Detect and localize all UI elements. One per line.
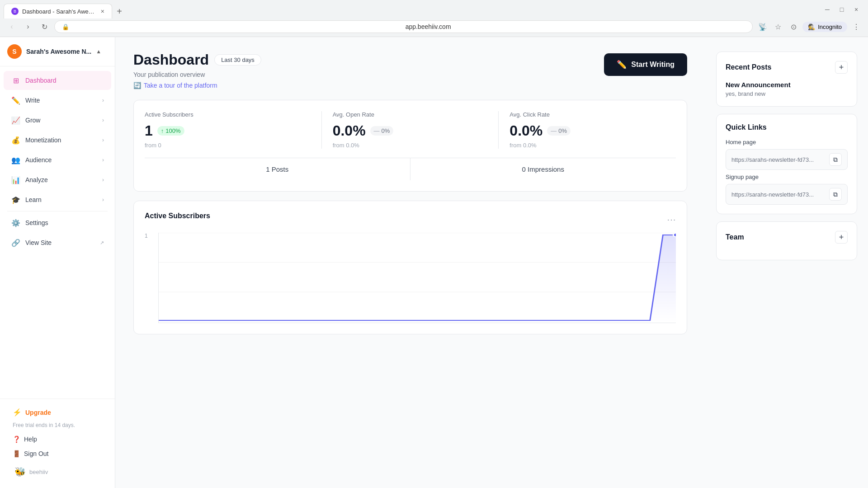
counts-row: 1 Posts 0 Impressions	[145, 158, 676, 180]
audience-icon: 👥	[11, 155, 21, 165]
sidebar-nav: ⊞ Dashboard ✏️ Write › 📈 Grow › 💰 Moneti…	[0, 66, 115, 399]
window-minimize[interactable]: ─	[821, 3, 834, 16]
right-panel: Recent Posts + New Announcement yes, bra…	[705, 37, 868, 488]
tab-close-btn[interactable]: ×	[101, 8, 104, 15]
address-bar[interactable]: 🔒 app.beehiiv.com	[54, 20, 753, 33]
grow-arrow-icon: ›	[102, 117, 104, 123]
back-btn[interactable]: ‹	[5, 20, 18, 33]
add-post-btn[interactable]: +	[835, 61, 848, 74]
copy-home-url-btn[interactable]: ⧉	[829, 153, 842, 166]
new-tab-btn[interactable]: +	[112, 4, 127, 19]
team-title: Team	[726, 233, 744, 241]
lock-icon: 🔒	[62, 23, 402, 30]
post-subtitle: yes, brand new	[726, 90, 848, 97]
stat-avg-open-rate: Avg. Open Rate 0.0% — 0% from 0.0%	[322, 111, 499, 149]
reload-btn[interactable]: ↻	[38, 20, 51, 33]
sidebar: S Sarah's Awesome N... ▲ ⊞ Dashboard ✏️ …	[0, 37, 115, 488]
avg-open-rate-change-value: 0%	[382, 127, 390, 134]
signout-label: Sign Out	[24, 450, 48, 457]
dashboard-icon: ⊞	[11, 75, 21, 85]
active-subscribers-value-row: 1 ↑ 100%	[145, 122, 311, 139]
monetization-icon: 💰	[11, 135, 21, 145]
tour-link[interactable]: 🔄 Take a tour of the platform	[133, 82, 261, 89]
browser-tab-active[interactable]: B Dashboard - Sarah's Awesome N... ×	[4, 4, 112, 19]
avg-click-rate-change-value: 0%	[558, 127, 567, 134]
avg-click-rate-label: Avg. Click Rate	[509, 111, 665, 118]
recent-posts-header: Recent Posts +	[726, 61, 848, 74]
bookmark-icon[interactable]: ☆	[772, 20, 784, 33]
sidebar-item-help[interactable]: ❓ Help	[7, 432, 108, 446]
profile-icon[interactable]: ⊙	[787, 20, 800, 33]
copy-signup-url-btn[interactable]: ⧉	[829, 188, 842, 201]
upgrade-btn[interactable]: ⚡ Upgrade	[7, 404, 108, 420]
sidebar-item-learn[interactable]: 🎓 Learn ›	[4, 190, 111, 209]
sidebar-header: S Sarah's Awesome N... ▲	[0, 37, 115, 66]
write-arrow-icon: ›	[102, 97, 104, 103]
signup-page-label: Signup page	[726, 174, 848, 180]
dashboard-title-row: Dashboard Last 30 days	[133, 52, 261, 68]
avg-open-rate-label: Avg. Open Rate	[333, 111, 488, 118]
more-btn[interactable]: ⋮	[850, 20, 863, 33]
publication-name: Sarah's Awesome N...	[26, 48, 91, 55]
home-page-label: Home page	[726, 139, 848, 145]
sidebar-item-analyze[interactable]: 📊 Analyze ›	[4, 170, 111, 189]
neutral-arrow-icon: —	[374, 127, 380, 134]
avg-open-rate-value-row: 0.0% — 0%	[333, 122, 488, 139]
tour-icon: 🔄	[133, 82, 141, 89]
help-icon: ❓	[13, 436, 20, 443]
page-title: Dashboard	[133, 52, 209, 68]
avg-open-rate-change: — 0%	[370, 126, 394, 136]
sidebar-item-monetization[interactable]: 💰 Monetization ›	[4, 131, 111, 150]
start-writing-btn[interactable]: ✏️ Start Writing	[604, 53, 687, 76]
recent-posts-section: Recent Posts + New Announcement yes, bra…	[716, 52, 857, 107]
sidebar-item-audience[interactable]: 👥 Audience ›	[4, 150, 111, 169]
incognito-btn[interactable]: 🕵️ Incognito	[802, 22, 847, 32]
forward-btn[interactable]: ›	[22, 20, 34, 33]
avg-click-rate-change: — 0%	[547, 126, 571, 136]
post-title: New Announcement	[726, 81, 848, 89]
nav-divider	[7, 211, 108, 211]
sidebar-item-dashboard[interactable]: ⊞ Dashboard	[4, 71, 111, 90]
upgrade-icon: ⚡	[13, 408, 22, 417]
sidebar-label-monetization: Monetization	[25, 136, 102, 144]
beehiiv-brand: 🐝 beehiiv	[7, 461, 108, 483]
avg-open-rate-value: 0.0%	[333, 122, 366, 139]
chart-y-label: 1	[145, 233, 148, 239]
url-text: app.beehiiv.com	[406, 23, 745, 30]
window-close[interactable]: ×	[850, 3, 863, 16]
incognito-icon: 🕵️	[808, 23, 815, 30]
sidebar-item-signout[interactable]: 🚪 Sign Out	[7, 446, 108, 461]
recent-posts-title: Recent Posts	[726, 63, 771, 71]
sidebar-item-write[interactable]: ✏️ Write ›	[4, 91, 111, 110]
stat-avg-click-rate: Avg. Click Rate 0.0% — 0% from 0.0%	[499, 111, 676, 149]
dashboard-header: Dashboard Last 30 days Your publication …	[133, 52, 687, 89]
add-team-member-btn[interactable]: +	[835, 231, 848, 244]
learn-icon: 🎓	[11, 195, 21, 205]
sidebar-item-view-site[interactable]: 🔗 View Site ↗	[4, 233, 111, 252]
sidebar-item-grow[interactable]: 📈 Grow ›	[4, 111, 111, 130]
date-range-badge[interactable]: Last 30 days	[214, 54, 261, 66]
quick-links-header: Quick Links	[726, 123, 848, 131]
start-writing-label: Start Writing	[631, 61, 675, 69]
upgrade-label: Upgrade	[25, 409, 51, 416]
avg-open-rate-from: from 0.0%	[333, 142, 488, 149]
brand-name: beehiiv	[29, 469, 48, 475]
signup-page-url-text: https://sarahs-newsletter-fd73...	[731, 191, 826, 198]
chart-svg	[159, 233, 676, 323]
chart-more-btn[interactable]: ⋯	[667, 214, 676, 225]
active-subscribers-value: 1	[145, 122, 153, 139]
sidebar-item-settings[interactable]: ⚙️ Settings	[4, 213, 111, 232]
dashboard-title-area: Dashboard Last 30 days Your publication …	[133, 52, 261, 89]
chart-section: Active Subscribers ⋯ 1	[133, 201, 687, 334]
beehiiv-icon: 🐝	[14, 466, 26, 477]
tour-link-text: Take a tour of the platform	[144, 82, 217, 89]
publication-icon: S	[7, 44, 22, 59]
settings-icon: ⚙️	[11, 218, 21, 228]
quick-links-section: Quick Links Home page https://sarahs-new…	[716, 114, 857, 214]
chart-area: 1	[145, 233, 676, 323]
active-subscribers-change-value: 100%	[165, 127, 180, 134]
sidebar-scroll-btn[interactable]: ▲	[96, 48, 101, 55]
signout-icon: 🚪	[13, 450, 20, 457]
window-maximize[interactable]: □	[835, 3, 848, 16]
stats-grid: Active Subscribers 1 ↑ 100% from 0 Avg. …	[145, 111, 676, 149]
